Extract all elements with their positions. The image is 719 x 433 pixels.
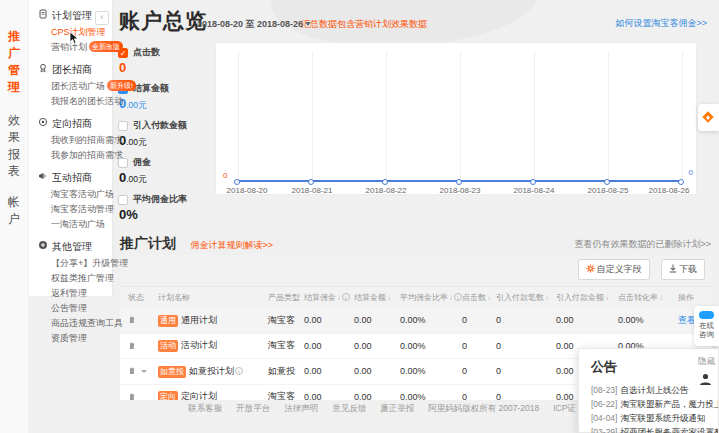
commission-help-link[interactable]: 如何设置淘宝客佣金>>: [615, 17, 707, 30]
plan-name[interactable]: 定向计划: [181, 391, 217, 400]
sidebar-item-share-plus-upgrade[interactable]: 【分享+】升级管理: [29, 255, 112, 270]
sort-icon[interactable]: ↓: [387, 293, 391, 302]
sidebar-collapse-button[interactable]: ‹: [95, 11, 109, 25]
announcement-item[interactable]: [04-04]淘宝联盟系统升级通知: [591, 411, 718, 425]
new-version-badge: 全新改版: [89, 41, 123, 52]
sort-icon[interactable]: ↓: [487, 293, 491, 302]
footer-link-feedback[interactable]: 意见反馈: [332, 403, 366, 413]
gear-icon: [586, 264, 595, 273]
sidebar-item-rebate-management[interactable]: 返利管理: [29, 285, 112, 300]
table-header-row: 状态 计划名称 产品类型 结算佣金↓i 结算金额↓ 平均佣金比率↓i 点击数↓ …: [120, 286, 712, 308]
left-axis-tick: 0: [223, 171, 227, 180]
sidebar-group-header-other[interactable]: 其他管理: [29, 238, 112, 255]
col-clicks[interactable]: 点击数: [462, 293, 486, 302]
footer-link-contact[interactable]: 联系客服: [188, 403, 222, 413]
page-title: 账户总览: [119, 7, 207, 35]
x-axis-tick-label: 2018-08-20: [227, 186, 268, 195]
plan-type-badge: 如意投: [158, 366, 186, 378]
sidebar-group-header-leader[interactable]: 团长招商: [29, 61, 112, 78]
sidebar-group-other: 其他管理 【分享+】升级管理 权益类推广管理 返利管理 公告管理 商品违规查询工…: [29, 238, 112, 345]
sidebar-item-announcement-management[interactable]: 公告管理: [29, 300, 112, 315]
account-overview-header: 账户总览 2018-08-20 至 2018-08-26 汇总数据包含营销计划效…: [113, 0, 719, 42]
announcement-item[interactable]: [06-22]淘宝联盟新产品，魔力投上线啦...: [591, 397, 718, 411]
col-pay-amount[interactable]: 引入付款金额: [556, 293, 604, 302]
plus-circle-icon: [38, 240, 48, 253]
metric-avg-commission-rate: 平均佣金比率 0%: [118, 193, 214, 222]
col-settle-commission[interactable]: 结算佣金: [304, 293, 336, 302]
tab-effect-report[interactable]: 效果报表: [7, 112, 21, 180]
sidebar-item-joined-requests[interactable]: 我参加的招商需求: [29, 147, 112, 162]
sidebar-item-received-requests[interactable]: 我收到的招商需求: [29, 132, 112, 147]
sidebar-group-label: 计划管理: [52, 9, 92, 22]
tab-account[interactable]: 帐户: [7, 194, 21, 228]
col-pay-orders[interactable]: 引入付款笔数: [496, 293, 544, 302]
avg-commission-rate-checkbox[interactable]: [118, 195, 128, 205]
deleted-plans-link[interactable]: 查看仍有效果数据的已删除计划>>: [574, 238, 711, 251]
sidebar-item-leader-plaza[interactable]: 团长活动广场新升级!: [29, 78, 112, 93]
upgraded-badge: 新升级!: [107, 80, 136, 91]
status-toggle-icon[interactable]: [128, 342, 137, 352]
sidebar-group-label: 其他管理: [52, 240, 92, 253]
sort-icon[interactable]: ↓: [659, 293, 663, 302]
status-toggle-icon[interactable]: [128, 367, 137, 377]
sort-icon[interactable]: ↓: [545, 293, 549, 302]
medal-icon: [38, 63, 48, 76]
sort-icon[interactable]: ↓: [337, 293, 341, 302]
online-chat-widget[interactable]: 在线咨询: [694, 306, 719, 346]
col-avg-rate[interactable]: 平均佣金比率: [400, 293, 448, 302]
chart-grid-line: [534, 51, 535, 182]
metric-selectors: ✓点击数 0 ✓结算金额 0.00元 引入付款金额 0.00元 佣金 0.00元…: [118, 46, 214, 229]
x-axis-tick-label: 2018-08-23: [440, 186, 481, 195]
info-icon: i: [454, 293, 462, 301]
customer-service-icon[interactable]: [698, 372, 715, 389]
compass-icon: [702, 111, 713, 122]
quick-nav-tab[interactable]: [698, 104, 719, 131]
sort-icon[interactable]: ↓: [449, 293, 453, 302]
plan-name[interactable]: 活动计划: [181, 340, 217, 350]
info-icon: i: [235, 367, 243, 375]
chart-data-point: [308, 179, 314, 185]
commission-rule-link[interactable]: 佣金计算规则解读>>: [190, 240, 273, 250]
tab-promotion-management[interactable]: 推广管理: [7, 0, 21, 96]
sidebar-group-header-targeted[interactable]: 定向招商: [29, 115, 112, 132]
download-button[interactable]: 下载: [661, 259, 705, 280]
mouse-cursor: [69, 31, 80, 49]
plan-name[interactable]: 通用计划: [181, 315, 217, 325]
chart-data-point: [234, 179, 240, 185]
footer-link-legal[interactable]: 法律声明: [284, 403, 318, 413]
chart-data-point: [530, 179, 536, 185]
sidebar-group-interactive: 互动招商 淘宝客活动广场 淘宝客活动管理 一淘活动广场: [29, 169, 112, 231]
date-range-selector[interactable]: 2018-08-20 至 2018-08-26: [197, 18, 311, 31]
hide-announcements-button[interactable]: 隐藏: [698, 356, 715, 368]
sidebar-item-rights-promotion[interactable]: 权益类推广管理: [29, 270, 112, 285]
chart-data-point: [382, 179, 388, 185]
plans-section-title: 推广计划: [120, 235, 176, 253]
sidebar-item-etao-activity-plaza[interactable]: 一淘活动广场: [29, 216, 112, 231]
plan-name[interactable]: 如意投计划: [189, 366, 234, 376]
status-toggle-icon[interactable]: [128, 393, 137, 400]
status-toggle-icon[interactable]: [128, 316, 137, 326]
sidebar-item-taoke-activity-plaza[interactable]: 淘宝客活动广场: [29, 186, 112, 201]
sidebar-item-item-violation-tool[interactable]: 商品违规查询工具: [29, 315, 112, 330]
sidebar-group-header-interactive[interactable]: 互动招商: [29, 169, 112, 186]
announcement-item[interactable]: [03-29]招商团长服务商卖家设置教程: [591, 425, 718, 433]
sort-icon[interactable]: ↓: [605, 293, 609, 302]
col-status: 状态: [128, 293, 144, 302]
sidebar-item-qualification-management[interactable]: 资质管理: [29, 330, 112, 345]
clicks-value: 0: [119, 60, 126, 75]
avg-commission-rate-value: 0%: [119, 207, 138, 222]
sidebar-item-my-leader-activities[interactable]: 我报名的团长活动: [29, 93, 112, 108]
footer-link-integrity-report[interactable]: 廉正举报: [380, 403, 414, 413]
pay-amount-checkbox[interactable]: [118, 121, 128, 131]
megaphone-icon: [38, 171, 48, 184]
col-settle-amount[interactable]: 结算金额: [354, 293, 386, 302]
status-dropdown-icon[interactable]: [141, 370, 147, 373]
sidebar-group-targeted: 定向招商 我收到的招商需求 我参加的招商需求: [29, 115, 112, 162]
col-actions: 操作: [678, 293, 694, 302]
sidebar-item-taoke-activity-management[interactable]: 淘宝客活动管理: [29, 201, 112, 216]
x-axis-tick-label: 2018-08-26: [648, 186, 689, 195]
primary-nav-tabbar: 推广管理 效果报表 帐户: [0, 0, 29, 433]
footer-link-open-platform[interactable]: 开放平台: [236, 403, 270, 413]
customize-fields-button[interactable]: 自定义字段: [578, 259, 650, 280]
col-cvr[interactable]: 点击转化率: [618, 293, 658, 302]
